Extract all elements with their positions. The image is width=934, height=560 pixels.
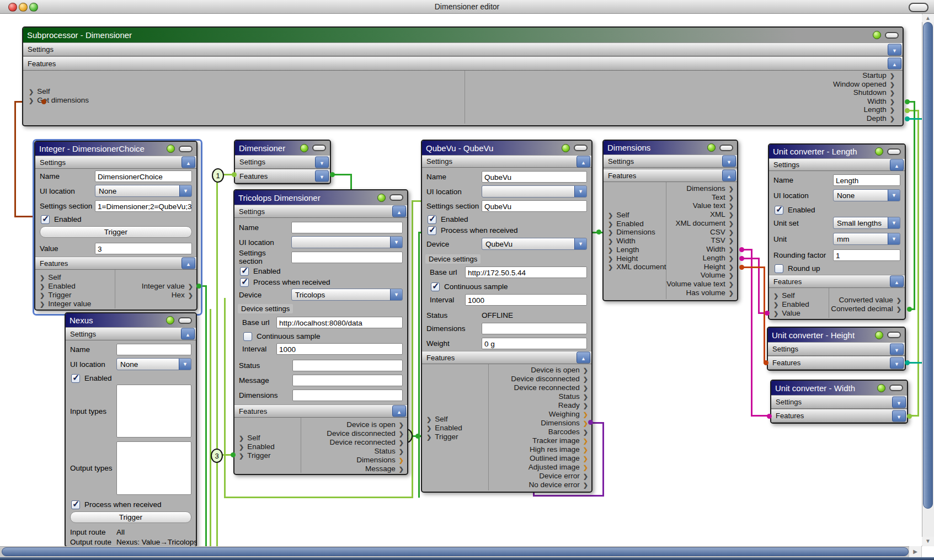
feature-output[interactable]: Status <box>375 447 404 456</box>
interval-field[interactable]: 1000 <box>465 294 587 306</box>
ui-location-dropdown[interactable] <box>482 185 587 198</box>
chevron-down-icon[interactable] <box>390 289 403 301</box>
feature-output[interactable]: Text <box>712 193 734 202</box>
vertical-scrollbar-thumb[interactable] <box>923 22 933 509</box>
chevron-down-icon[interactable] <box>574 185 587 198</box>
feature-input[interactable]: Integer value <box>40 300 91 308</box>
collapse-button[interactable] <box>182 157 195 168</box>
feature-output[interactable]: Device disconnected <box>327 429 404 438</box>
base-url-field[interactable]: http://localhost:8080/data <box>276 317 403 328</box>
feature-output[interactable]: Ready <box>558 401 588 410</box>
round-up-checkbox[interactable] <box>775 264 783 273</box>
chevron-down-icon[interactable] <box>888 233 900 245</box>
chevron-down-icon[interactable] <box>574 238 587 250</box>
feature-input[interactable]: Length <box>608 246 639 254</box>
feature-input[interactable]: Self <box>426 415 447 424</box>
minimize-button[interactable] <box>887 148 901 155</box>
unit-dropdown[interactable]: mm <box>833 233 900 245</box>
minimize-button[interactable] <box>887 332 901 338</box>
node-header[interactable]: Subprocessor - Dimensioner <box>23 28 903 42</box>
feature-output[interactable]: Adjusted image <box>529 463 588 472</box>
collapse-button[interactable] <box>182 258 195 269</box>
collapse-button[interactable] <box>722 170 736 182</box>
feature-output[interactable]: Device is open <box>531 366 588 375</box>
node-header[interactable]: QubeVu - QubeVu <box>422 141 591 155</box>
collapse-button[interactable] <box>890 276 904 287</box>
feature-output[interactable]: Weighing <box>549 410 588 419</box>
feature-output[interactable]: Dimensions <box>356 456 404 465</box>
feature-input[interactable]: Enabled <box>239 442 275 451</box>
window-titlebar[interactable]: Dimensioner editor <box>0 0 934 14</box>
interval-field[interactable]: 1000 <box>276 343 403 355</box>
dimensions-field[interactable] <box>482 323 587 334</box>
collapse-button[interactable] <box>392 406 406 417</box>
node-header[interactable]: Unit converter - Width <box>771 381 907 395</box>
feature-output[interactable]: CSV <box>710 228 734 237</box>
collapse-button[interactable] <box>181 328 195 340</box>
node-header[interactable]: Unit converter - Height <box>768 328 905 342</box>
process-when-received-checkbox[interactable] <box>71 500 80 509</box>
feature-output[interactable]: Volume <box>701 271 734 280</box>
feature-output[interactable]: Converted value <box>839 296 901 305</box>
feature-output[interactable]: Device reconnected <box>514 383 588 392</box>
input-types-box[interactable] <box>116 385 191 438</box>
feature-input[interactable]: Dimensions <box>608 228 655 237</box>
ui-location-dropdown[interactable]: None <box>833 189 900 201</box>
node-header[interactable]: Dimensioner <box>235 141 330 155</box>
feature-input[interactable]: Self <box>608 211 629 220</box>
feature-output[interactable]: Width <box>706 245 734 254</box>
collapse-button[interactable] <box>722 156 736 167</box>
feature-output[interactable]: Value text <box>693 201 734 210</box>
continuous-sample-checkbox[interactable] <box>243 332 252 341</box>
minimize-button[interactable] <box>719 145 733 151</box>
feature-output[interactable]: Dimensions <box>541 419 588 428</box>
collapse-window-button[interactable] <box>909 3 928 12</box>
node-editor-canvas[interactable]: 2 Subprocessor - Dimensioner Settings Fe… <box>0 0 934 560</box>
node-header[interactable]: Nexus <box>66 313 196 327</box>
feature-input[interactable]: Enabled <box>40 282 76 291</box>
feature-output[interactable]: Device error <box>539 472 588 481</box>
name-field[interactable]: Length <box>833 174 900 186</box>
dimensions-field[interactable] <box>292 390 403 401</box>
feature-input[interactable]: Self <box>40 273 61 282</box>
collapse-button[interactable] <box>577 156 590 167</box>
feature-output[interactable]: Converted decimal <box>831 305 901 313</box>
chevron-down-icon[interactable] <box>888 189 900 201</box>
feature-input[interactable]: Enabled <box>426 424 462 433</box>
minimize-button[interactable] <box>179 146 193 152</box>
feature-input[interactable]: Self <box>29 87 50 96</box>
feature-output[interactable]: TSV <box>711 236 734 245</box>
ui-location-dropdown[interactable]: None <box>95 185 192 197</box>
collapse-button[interactable] <box>315 170 329 182</box>
feature-input[interactable]: Height <box>608 254 638 263</box>
feature-output[interactable]: Length <box>863 105 895 114</box>
unit-set-dropdown[interactable]: Small lengths <box>833 217 900 229</box>
feature-input[interactable]: Trigger <box>40 291 71 300</box>
feature-output[interactable]: Shutdown <box>853 88 895 97</box>
feature-output[interactable]: Hex <box>172 291 193 300</box>
feature-input[interactable]: Width <box>608 237 636 246</box>
collapse-button[interactable] <box>890 159 904 170</box>
feature-output[interactable]: Depth <box>867 114 895 123</box>
name-field[interactable] <box>116 344 191 355</box>
node-header[interactable]: Integer - DimensionerChoice <box>35 142 196 156</box>
settings-section-field[interactable]: QubeVu <box>482 200 587 212</box>
collapse-button[interactable] <box>890 357 904 369</box>
feature-output[interactable]: Dimensions <box>686 184 734 193</box>
feature-input[interactable]: Trigger <box>426 433 458 441</box>
feature-output[interactable]: Width <box>867 97 895 106</box>
chevron-down-icon[interactable] <box>888 217 900 229</box>
collapse-button[interactable] <box>892 396 906 408</box>
settings-section-field[interactable]: 1=Dimensioner;2=QubeVu;3= <box>95 200 192 212</box>
enabled-checkbox[interactable] <box>240 267 249 276</box>
process-when-received-checkbox[interactable] <box>428 226 436 235</box>
continuous-sample-checkbox[interactable] <box>431 282 440 291</box>
minimize-button[interactable] <box>574 145 588 151</box>
feature-input[interactable]: Enabled <box>773 300 809 309</box>
scroll-up-arrow-icon[interactable]: ▲ <box>922 14 934 22</box>
feature-output[interactable]: Outlined image <box>530 454 588 463</box>
minimize-button[interactable] <box>389 194 403 201</box>
name-field[interactable] <box>291 222 403 233</box>
settings-section-field[interactable] <box>291 252 403 263</box>
ui-location-dropdown[interactable]: None <box>116 358 191 370</box>
